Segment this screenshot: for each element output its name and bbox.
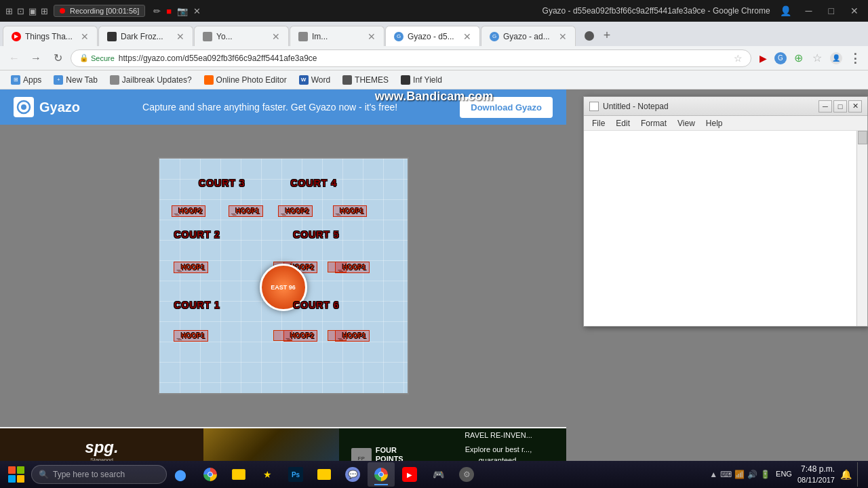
volume-icon[interactable]: 🔊 (747, 470, 757, 479)
hoop-label-c4-1: _HOOP2 (278, 205, 313, 217)
tab-4[interactable]: Im... ✕ (290, 26, 384, 46)
bookmark-icon[interactable]: ☆ (810, 51, 825, 66)
taskbar-app-youtube[interactable]: ▶ (396, 462, 423, 487)
hoop-label-c3-2: _HOOP1 (229, 205, 263, 217)
tab-1[interactable]: ▶ Things Tha... ✕ (3, 26, 98, 46)
start-button[interactable] (3, 462, 30, 487)
taskbar-app-games[interactable]: 🎮 (425, 462, 452, 487)
camera-icon[interactable]: 📷 (177, 6, 188, 16)
bookmark-new-tab[interactable]: + New Tab (48, 73, 102, 87)
tab-2-close[interactable]: ✕ (176, 31, 184, 42)
chrome-taskbar-icon (203, 467, 218, 482)
notepad-close-btn[interactable]: ✕ (848, 100, 862, 113)
chrome-icon[interactable]: ⊕ (791, 51, 806, 66)
tab-1-label: Things Tha... (25, 32, 77, 41)
ad-ravel-text: RAVEL RE-INVEN... (465, 430, 532, 441)
tab-1-close[interactable]: ✕ (81, 31, 89, 42)
titlebar-left: ⊞ ⊡ ▣ ⊞ Recording [00:01:56] ✏ ■ 📷 ✕ (5, 5, 201, 17)
taskbar-app-discord[interactable]: 💬 (339, 462, 366, 487)
tab-5[interactable]: G Gyazo - d5... ✕ (385, 26, 480, 46)
taskbar-app-settings[interactable]: ⚙ (453, 462, 480, 487)
tab-4-favicon (298, 32, 308, 41)
tab-6[interactable]: G Gyazo - ad... ✕ (481, 26, 576, 46)
stop-btn[interactable]: ■ (166, 6, 172, 16)
gyazo-icon[interactable]: G (774, 52, 787, 64)
ps-taskbar-icon: Ps (288, 467, 303, 482)
titlebar-icon1: ⊞ (5, 6, 13, 16)
search-placeholder: Type here to search (53, 470, 125, 479)
language-button[interactable]: ENG (776, 470, 792, 479)
tab-3[interactable]: Yo... ✕ (194, 26, 289, 46)
scrollbar-thumb[interactable] (858, 131, 867, 144)
notepad-content-area[interactable] (584, 131, 867, 326)
tab-bar: ▶ Things Tha... ✕ Dark Froz... ✕ Yo... ✕… (0, 22, 868, 46)
chrome-active-center (378, 472, 384, 477)
notification-icon[interactable]: 🔔 (840, 469, 852, 480)
tab-3-close[interactable]: ✕ (272, 31, 280, 42)
gyazo-download-button[interactable]: Download Gyazo (460, 97, 553, 118)
notepad-maximize-btn[interactable]: □ (833, 100, 847, 113)
notepad-scrollbar[interactable] (856, 131, 867, 326)
menu-icon[interactable]: ⋮ (848, 51, 863, 66)
notepad-menu-edit[interactable]: Edit (610, 117, 635, 129)
tab-7[interactable] (576, 26, 597, 46)
star-icon[interactable]: ☆ (734, 53, 743, 64)
close-btn[interactable]: ✕ (846, 5, 863, 16)
taskbar-app-explorer2[interactable] (311, 462, 338, 487)
taskbar-app-explorer[interactable] (225, 462, 252, 487)
new-tab-button[interactable]: + (597, 26, 616, 45)
refresh-button[interactable]: ↻ (49, 49, 66, 67)
bookmark-photo-editor[interactable]: Online Photo Editor (199, 73, 292, 87)
restore-btn[interactable]: □ (825, 5, 838, 16)
taskbar-clock[interactable]: 7:48 p.m. 08/11/2017 (797, 464, 835, 485)
bookmark-themes[interactable]: THEMES (337, 73, 394, 87)
taskbar-app-bookmark[interactable]: ★ (254, 462, 281, 487)
explorer-taskbar-icon (231, 467, 246, 482)
bookmark-apps[interactable]: ⊞ Apps (5, 73, 47, 87)
tab-6-close[interactable]: ✕ (559, 31, 567, 42)
lang-label: ENG (776, 470, 792, 479)
win-icon-2 (17, 466, 24, 474)
bookmark-jailbreak[interactable]: Jailbreak Updates? (104, 73, 197, 87)
address-bar: ← → ↻ 🔒 Secure https://gyazo.com/d55ea09… (0, 46, 868, 70)
notepad-titlebar: Untitled - Notepad ─ □ ✕ (584, 97, 867, 116)
recording-icon[interactable]: ✏ (153, 6, 161, 16)
show-desktop-btn[interactable] (857, 462, 860, 487)
hoop-label-c1-1: _HOOP1 (174, 330, 208, 342)
keyboard-icon[interactable]: ⌨ (720, 470, 732, 479)
close-recording-icon[interactable]: ✕ (193, 6, 201, 16)
bookmark-inf-yield[interactable]: Inf Yield (395, 73, 448, 87)
notepad-minimize-btn[interactable]: ─ (818, 100, 832, 113)
taskbar-right: ▲ ⌨ 📶 🔊 🔋 ENG 7:48 p.m. 08/11/2017 🔔 (709, 462, 865, 487)
notepad-menu-help[interactable]: Help (701, 117, 728, 129)
cortana-icon: ⬤ (174, 468, 186, 481)
chrome-active-icon (374, 467, 389, 482)
forward-button[interactable]: → (27, 49, 45, 67)
notepad-menu-view[interactable]: View (672, 117, 701, 129)
tab-4-close[interactable]: ✕ (368, 31, 376, 42)
network-icon[interactable]: 📶 (734, 470, 745, 479)
profile-icon[interactable]: 👤 (778, 3, 793, 18)
taskbar-app-chrome-active[interactable] (368, 462, 395, 487)
minimize-btn[interactable]: ─ (802, 5, 816, 16)
tab-4-label: Im... (312, 32, 363, 41)
taskbar-app-photoshop[interactable]: Ps (282, 462, 309, 487)
taskbar-app-chrome[interactable] (197, 462, 224, 487)
taskbar-search[interactable]: 🔍 Type here to search (31, 465, 167, 484)
tab-5-close[interactable]: ✕ (463, 31, 471, 42)
cortana-button[interactable]: ⬤ (168, 462, 193, 487)
court-label-6: COURT 6 (293, 300, 339, 310)
bookmark-word[interactable]: W Word (294, 73, 336, 87)
notepad-menu-format[interactable]: Format (635, 117, 672, 129)
search-icon: 🔍 (39, 470, 49, 479)
url-box[interactable]: 🔒 Secure https://gyazo.com/d55ea092fb3f6… (71, 49, 751, 67)
extensions-icon[interactable]: ▶ (755, 51, 770, 66)
secure-label: Secure (91, 54, 115, 62)
up-arrow-icon[interactable]: ▲ (709, 470, 717, 479)
tab-2[interactable]: Dark Froz... ✕ (98, 26, 193, 46)
discord-taskbar-icon: 💬 (345, 467, 360, 482)
account-icon[interactable]: 👤 (829, 51, 844, 66)
back-button[interactable]: ← (5, 49, 23, 67)
titlebar-icon4: ⊞ (41, 6, 48, 16)
notepad-menu-file[interactable]: File (587, 117, 610, 129)
